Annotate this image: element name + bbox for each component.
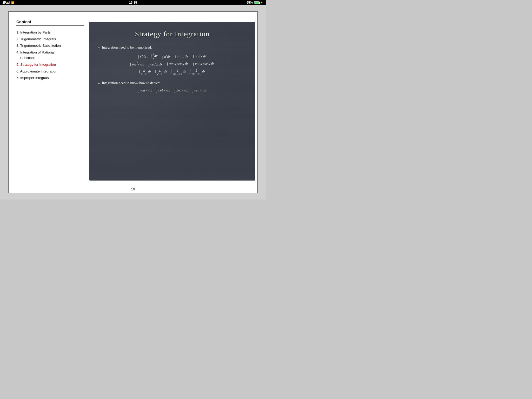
toc-item-2[interactable]: 2. Trigonometric Integrals xyxy=(16,36,84,42)
page-inner: Content 1. Integration by Parts 2. Trigo… xyxy=(9,12,257,186)
status-left: iPad 📶 xyxy=(3,1,14,4)
f4-1: ∫ tan x dx xyxy=(138,88,152,92)
toc-item-1[interactable]: 1. Integration by Parts xyxy=(16,30,84,35)
battery-bar xyxy=(254,1,260,4)
table-of-contents: Content 1. Integration by Parts 2. Trigo… xyxy=(16,19,89,181)
toc-label-3: Trigonometric Substitution xyxy=(20,44,61,48)
f1-4: ∫ sin x dx xyxy=(175,54,188,58)
status-bar: iPad 📶 15:35 95% ⚡ xyxy=(0,0,266,5)
f1-1: ∫ xndx xyxy=(138,54,146,59)
toc-num-7: 7. xyxy=(16,76,20,80)
page-number: 10 xyxy=(9,186,257,193)
toc-num-2: 2. xyxy=(16,37,20,41)
toc-label-4: Integration of Rational Functions xyxy=(16,50,55,60)
device-label: iPad xyxy=(3,1,10,4)
toc-label-6: Approximate Integration xyxy=(20,69,57,73)
charging-icon: ⚡ xyxy=(260,1,263,4)
section2-bullet-text: Integration need to know how to derive: xyxy=(102,81,160,85)
toc-num-1: 1. xyxy=(16,30,20,34)
slide-section-1: ● Integration need to be memorized: ∫ xn… xyxy=(98,45,246,75)
toc-item-6[interactable]: 6. Approximate Integration xyxy=(16,69,84,74)
toc-label-5: Strategy for Integration xyxy=(20,63,56,66)
toc-item-3[interactable]: 3. Trigonometric Substitution xyxy=(16,43,84,49)
section1-bullet-text: Integration need to be memorized: xyxy=(102,45,152,50)
status-right: 95% ⚡ xyxy=(247,1,263,4)
f2-1: ∫ sec2x dx xyxy=(130,62,144,66)
f4-2: ∫ cot x dx xyxy=(157,88,170,92)
f1-3: ∫ axdx xyxy=(162,54,171,59)
main-wrapper: Content 1. Integration by Parts 2. Trigo… xyxy=(0,5,266,200)
section2-bullet: ● Integration need to know how to derive… xyxy=(98,81,246,85)
toc-list: 1. Integration by Parts 2. Trigonometric… xyxy=(16,30,84,81)
toc-label-2: Trigonometric Integrals xyxy=(20,37,56,41)
formula-line-2: ∫ sec2x dx ∫ csc2x dx ∫ tan x sec x dx ∫… xyxy=(98,62,246,66)
slide-area: Strategy for Integration ● Integration n… xyxy=(89,19,255,181)
bullet-dot-1: ● xyxy=(98,46,100,49)
f3-4: ∫ 1√(a²−x²) dx xyxy=(190,68,205,75)
toc-item-7[interactable]: 7. Improper Integrals xyxy=(16,75,84,81)
status-time: 15:35 xyxy=(129,1,137,4)
toc-num-5: 5. xyxy=(16,63,20,66)
toc-num-4: 4. xyxy=(16,50,20,54)
f1-5: ∫ cos x dx xyxy=(193,54,207,58)
f3-2: ∫ 1x²+a² dx xyxy=(155,68,167,75)
toc-item-5[interactable]: 5. Strategy for Integration xyxy=(16,62,84,68)
toc-title: Content xyxy=(16,19,84,26)
f2-2: ∫ csc2x dx xyxy=(149,62,162,66)
battery-fill xyxy=(254,2,259,4)
toc-label-7: Improper Integrals xyxy=(20,76,49,80)
formula-line-4: ∫ tan x dx ∫ cot x dx ∫ sec x dx ∫ csc x… xyxy=(98,88,246,92)
battery-percent: 95% xyxy=(247,1,253,4)
formula-line-3: ∫ 1x²−a² dx ∫ 1x²+a² dx ∫ 1√(x²±a²) dx ∫… xyxy=(98,68,246,75)
slide-section-2: ● Integration need to know how to derive… xyxy=(98,81,246,92)
section1-bullet: ● Integration need to be memorized: xyxy=(98,45,246,50)
bullet-dot-2: ● xyxy=(98,82,100,85)
f2-4: ∫ cot x csc x dx xyxy=(193,62,214,66)
page-container: Content 1. Integration by Parts 2. Trigo… xyxy=(8,11,258,193)
battery-indicator: ⚡ xyxy=(254,1,263,4)
toc-item-4[interactable]: 4. Integration of Rational Functions xyxy=(16,50,84,61)
f3-1: ∫ 1x²−a² dx xyxy=(139,68,151,75)
toc-num-3: 3. xyxy=(16,44,20,48)
toc-num-6: 6. xyxy=(16,69,20,73)
f3-3: ∫ 1√(x²±a²) dx xyxy=(171,68,186,75)
f1-2: ∫ 1xdx xyxy=(151,53,158,60)
toc-label-1: Integration by Parts xyxy=(20,30,51,34)
f4-4: ∫ csc x dx xyxy=(192,88,206,92)
f4-3: ∫ sec x dx xyxy=(175,88,188,92)
f2-3: ∫ tan x sec x dx xyxy=(167,62,189,66)
chalkboard: Strategy for Integration ● Integration n… xyxy=(89,22,255,181)
slide-title: Strategy for Integration xyxy=(98,30,246,38)
formula-line-1: ∫ xndx ∫ 1xdx ∫ axdx ∫ sin x dx ∫ cos x … xyxy=(98,53,246,60)
wifi-icon: 📶 xyxy=(11,1,14,4)
